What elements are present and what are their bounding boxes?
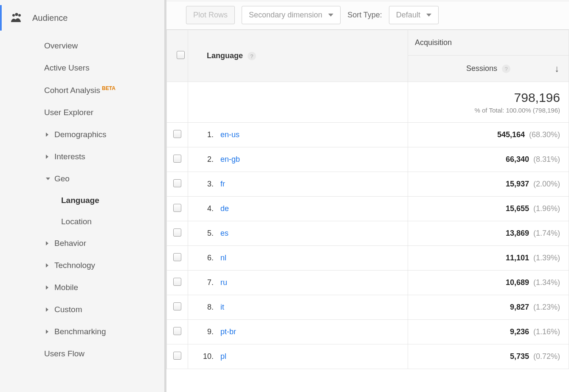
column-group-acquisition: Acquisition xyxy=(408,30,569,56)
language-link[interactable]: fr xyxy=(220,180,225,188)
sessions-value: 13,869 xyxy=(506,229,529,237)
nav-sub-geo: Language Location xyxy=(0,190,164,232)
main: Plot Rows Secondary dimension Sort Type:… xyxy=(166,2,569,392)
sessions-value: 9,236 xyxy=(510,327,529,336)
sort-type-label: Sort Type: xyxy=(347,11,382,20)
row-rank: 5. xyxy=(198,229,214,238)
row-checkbox[interactable] xyxy=(173,228,181,237)
sessions-value: 9,827 xyxy=(510,303,529,311)
row-checkbox[interactable] xyxy=(173,278,181,286)
sessions-pct: (1.23%) xyxy=(533,303,560,311)
nav-item-mobile[interactable]: Mobile xyxy=(0,276,164,299)
table-row: 7.ru10,689(1.34%) xyxy=(167,271,569,295)
table-row: 3.fr15,937(2.00%) xyxy=(167,172,569,197)
svg-point-1 xyxy=(15,13,18,16)
nav-item-overview[interactable]: Overview xyxy=(0,35,164,57)
sessions-value: 10,689 xyxy=(506,278,529,287)
caret-right-icon xyxy=(46,330,48,334)
nav-item-behavior[interactable]: Behavior xyxy=(0,232,164,254)
caret-down-icon xyxy=(46,178,50,180)
sessions-value: 15,937 xyxy=(506,180,529,188)
language-link[interactable]: de xyxy=(220,204,229,213)
chevron-down-icon xyxy=(426,14,431,17)
language-link[interactable]: en-gb xyxy=(220,155,240,164)
row-rank: 7. xyxy=(198,278,214,287)
row-rank: 2. xyxy=(198,155,214,164)
sessions-pct: (2.00%) xyxy=(533,180,560,188)
row-checkbox[interactable] xyxy=(173,352,181,360)
sidebar: Audience Overview Active Users Cohort An… xyxy=(0,0,166,392)
row-checkbox[interactable] xyxy=(173,130,181,138)
nav-item-interests[interactable]: Interests xyxy=(0,146,164,168)
table-row: 9.pt-br9,236(1.16%) xyxy=(167,320,569,344)
caret-right-icon xyxy=(46,155,48,159)
row-checkbox[interactable] xyxy=(173,179,181,187)
nav-item-demographics[interactable]: Demographics xyxy=(0,124,164,146)
summary-row: 798,196 % of Total: 100.00% (798,196) xyxy=(167,82,569,123)
table-row: 8.it9,827(1.23%) xyxy=(167,295,569,320)
caret-right-icon xyxy=(46,241,48,245)
sessions-pct: (8.31%) xyxy=(533,155,560,164)
caret-right-icon xyxy=(46,133,48,137)
help-icon[interactable]: ? xyxy=(248,52,256,60)
row-rank: 1. xyxy=(198,130,214,139)
table-row: 10.pl5,735(0.72%) xyxy=(167,344,569,369)
table-row: 5.es13,869(1.74%) xyxy=(167,221,569,246)
nav-item-users-flow[interactable]: Users Flow xyxy=(0,343,164,365)
nav-subitem-language[interactable]: Language xyxy=(0,190,164,211)
select-all-header[interactable] xyxy=(167,30,188,82)
caret-right-icon xyxy=(46,285,48,290)
row-rank: 4. xyxy=(198,204,214,213)
row-rank: 3. xyxy=(198,180,214,189)
sessions-pct: (1.34%) xyxy=(533,278,560,287)
row-checkbox[interactable] xyxy=(173,253,181,261)
sessions-value: 66,340 xyxy=(506,155,529,164)
svg-point-0 xyxy=(12,14,15,17)
sessions-value: 545,164 xyxy=(497,130,525,139)
language-link[interactable]: ru xyxy=(220,278,227,287)
row-checkbox[interactable] xyxy=(173,155,181,163)
nav-item-cohort-analysis[interactable]: Cohort AnalysisBETA xyxy=(0,79,164,102)
nav-item-geo[interactable]: Geo xyxy=(0,168,164,190)
language-link[interactable]: pl xyxy=(220,352,226,361)
secondary-dimension-dropdown[interactable]: Secondary dimension xyxy=(242,6,341,24)
svg-point-2 xyxy=(18,14,21,17)
nav-subitem-location[interactable]: Location xyxy=(0,211,164,232)
table-row: 6.nl11,101(1.39%) xyxy=(167,246,569,271)
plot-rows-button[interactable]: Plot Rows xyxy=(186,6,235,24)
sessions-pct: (68.30%) xyxy=(529,130,560,139)
language-link[interactable]: pt-br xyxy=(220,327,236,336)
row-rank: 6. xyxy=(198,254,214,262)
row-checkbox[interactable] xyxy=(173,327,181,335)
summary-total: 798,196 xyxy=(408,90,560,105)
column-header-sessions[interactable]: Sessions ? ↓ xyxy=(408,56,569,82)
nav-item-custom[interactable]: Custom xyxy=(0,299,164,321)
sessions-pct: (0.72%) xyxy=(533,352,560,361)
table-row: 2.en-gb66,340(8.31%) xyxy=(167,147,569,172)
language-link[interactable]: es xyxy=(220,229,228,237)
sessions-pct: (1.16%) xyxy=(533,327,560,336)
language-link[interactable]: en-us xyxy=(220,130,239,139)
language-link[interactable]: it xyxy=(220,303,224,311)
row-rank: 10. xyxy=(198,352,214,361)
sessions-pct: (1.74%) xyxy=(533,229,560,237)
nav-item-user-explorer[interactable]: User Explorer xyxy=(0,102,164,124)
row-rank: 9. xyxy=(198,327,214,336)
row-checkbox[interactable] xyxy=(173,302,181,310)
report-table: Language ? Acquisition Sessions ? ↓ 7 xyxy=(166,30,569,392)
nav-item-active-users[interactable]: Active Users xyxy=(0,57,164,79)
beta-badge: BETA xyxy=(102,85,115,91)
toolbar: Plot Rows Secondary dimension Sort Type:… xyxy=(166,2,569,30)
sessions-pct: (1.96%) xyxy=(533,204,560,213)
sort-type-dropdown[interactable]: Default xyxy=(389,6,439,24)
row-checkbox[interactable] xyxy=(173,204,181,212)
sessions-value: 11,101 xyxy=(506,254,529,262)
nav-section-audience[interactable]: Audience xyxy=(0,5,164,31)
table-row: 4.de15,655(1.96%) xyxy=(167,197,569,221)
nav-item-technology[interactable]: Technology xyxy=(0,254,164,276)
checkbox-icon xyxy=(177,51,185,59)
nav-item-benchmarking[interactable]: Benchmarking xyxy=(0,321,164,343)
help-icon[interactable]: ? xyxy=(502,65,510,73)
language-link[interactable]: nl xyxy=(220,254,226,262)
column-header-language[interactable]: Language ? xyxy=(188,30,408,82)
